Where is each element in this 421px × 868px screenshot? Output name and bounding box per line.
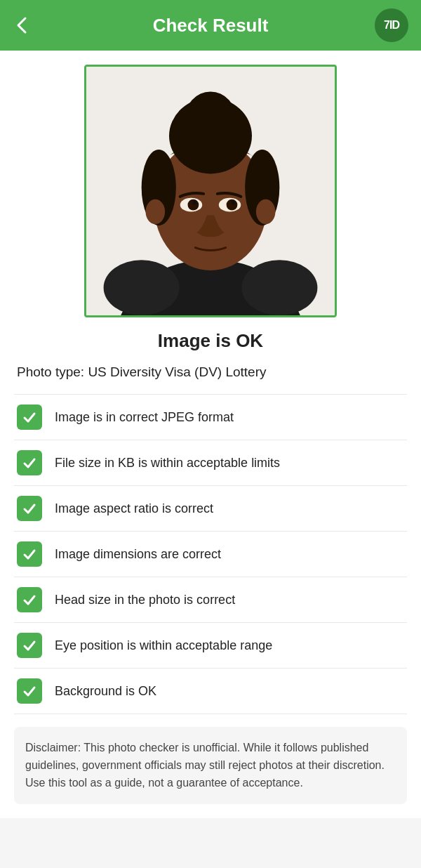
svg-point-14	[192, 201, 196, 205]
photo-container	[14, 65, 407, 317]
check-passed-icon	[17, 587, 42, 612]
svg-point-12	[188, 199, 199, 211]
check-item: File size in KB is within acceptable lim…	[14, 440, 407, 485]
portrait-image	[86, 67, 335, 315]
status-label: Image is OK	[14, 330, 407, 352]
check-item-label: Image aspect ratio is correct	[55, 501, 213, 516]
check-item: Image aspect ratio is correct	[14, 485, 407, 531]
check-passed-icon	[17, 678, 42, 704]
app-logo: 7ID	[375, 8, 408, 42]
check-item-label: File size in KB is within acceptable lim…	[55, 456, 280, 471]
header: Check Result 7ID	[0, 0, 421, 51]
svg-point-16	[146, 199, 166, 224]
check-passed-icon	[17, 450, 42, 475]
check-item: Head size in the photo is correct	[14, 577, 407, 622]
check-item: Eye position is within acceptable range	[14, 622, 407, 668]
check-item: Background is OK	[14, 668, 407, 714]
check-item: Image dimensions are correct	[14, 531, 407, 577]
photo-frame	[84, 65, 337, 317]
svg-point-15	[232, 201, 236, 205]
check-item-label: Background is OK	[55, 684, 156, 699]
check-passed-icon	[17, 633, 42, 658]
photo-type-label: Photo type: US Diversity Visa (DV) Lotte…	[14, 364, 407, 380]
svg-point-3	[104, 260, 180, 315]
check-item-label: Eye position is within acceptable range	[55, 638, 272, 653]
check-item: Image is in correct JPEG format	[14, 394, 407, 440]
svg-point-7	[185, 91, 237, 150]
svg-point-17	[256, 199, 276, 224]
main-content: Image is OK Photo type: US Diversity Vis…	[0, 51, 421, 818]
check-passed-icon	[17, 405, 42, 430]
svg-point-4	[241, 260, 317, 315]
check-item-label: Image dimensions are correct	[55, 547, 221, 562]
disclaimer-text: Disclaimer: This photo checker is unoffi…	[25, 742, 385, 789]
check-passed-icon	[17, 541, 42, 567]
svg-point-13	[227, 199, 238, 211]
check-list: Image is in correct JPEG format File siz…	[14, 394, 407, 714]
back-button[interactable]	[13, 15, 32, 35]
check-item-label: Head size in the photo is correct	[55, 593, 235, 607]
check-passed-icon	[17, 496, 42, 521]
page-title: Check Result	[153, 15, 269, 37]
check-item-label: Image is in correct JPEG format	[55, 410, 234, 425]
disclaimer: Disclaimer: This photo checker is unoffi…	[14, 727, 407, 804]
